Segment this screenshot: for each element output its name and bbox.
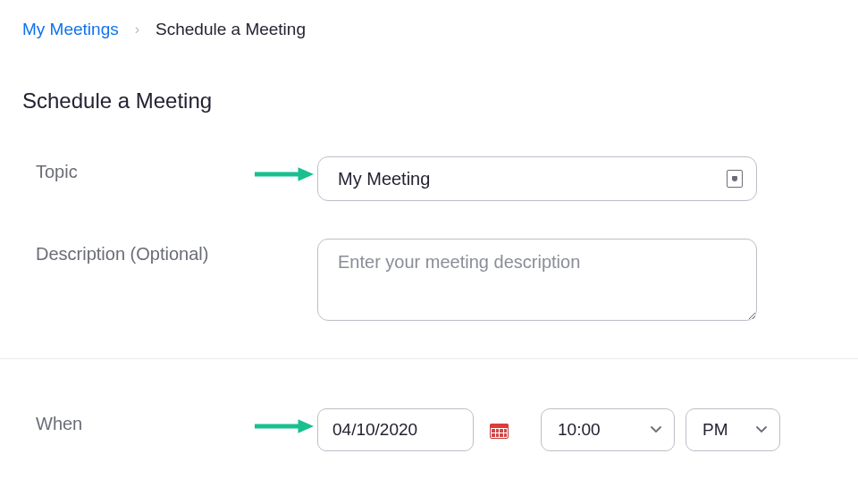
arrow-annotation-icon: [253, 167, 314, 181]
breadcrumb: My Meetings › Schedule a Meeting: [22, 20, 836, 39]
breadcrumb-link-root[interactable]: My Meetings: [22, 20, 119, 39]
chevron-down-icon: [756, 426, 767, 433]
form-row-when: When 10:00 PM: [22, 408, 836, 451]
breadcrumb-current: Schedule a Meeting: [156, 20, 306, 39]
form-row-description: Description (Optional): [22, 239, 836, 321]
ampm-value: PM: [702, 420, 728, 440]
ampm-select[interactable]: PM: [686, 408, 780, 451]
form-row-topic: Topic: [22, 156, 836, 201]
page-title: Schedule a Meeting: [22, 88, 836, 113]
arrow-annotation-icon: [253, 419, 314, 433]
section-divider: [0, 358, 858, 359]
time-select[interactable]: 10:00: [541, 408, 675, 451]
chevron-right-icon: ›: [135, 21, 139, 38]
topic-input[interactable]: [317, 156, 757, 201]
calendar-icon[interactable]: [490, 421, 509, 439]
chevron-down-icon: [651, 426, 661, 433]
description-input[interactable]: [317, 239, 757, 321]
label-description: Description (Optional): [22, 239, 317, 265]
svg-marker-1: [299, 167, 314, 181]
topic-input-wrap: [317, 156, 757, 201]
time-value: 10:00: [558, 420, 601, 440]
svg-marker-3: [299, 419, 314, 433]
date-input[interactable]: [317, 408, 474, 451]
